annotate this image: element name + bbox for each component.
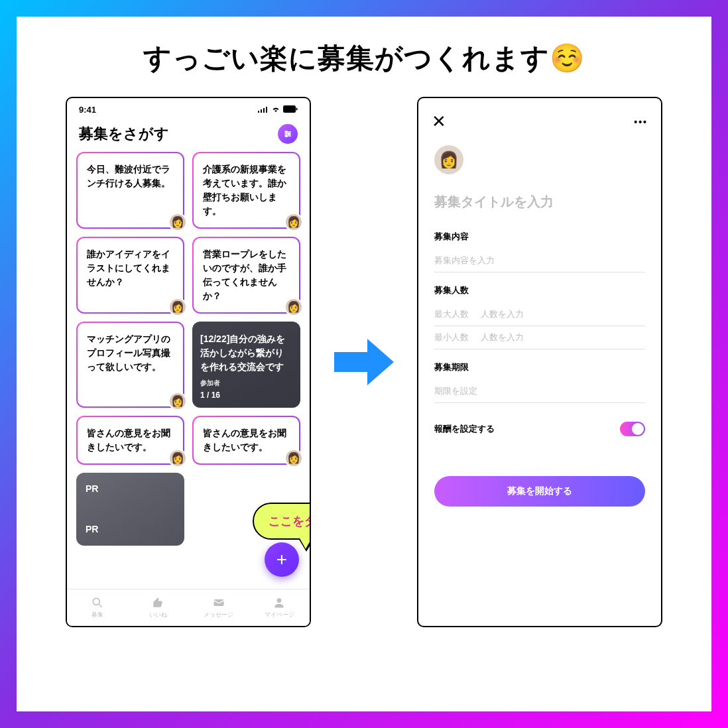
post-card[interactable]: 介護系の新規事業を考えています。誰か壁打ちお願いします。 👩 [192, 152, 300, 229]
create-screen: ✕ ••• 👩 募集タイトルを入力 募集内容 募集内容を入力 募集人数 最大人数… [417, 97, 662, 627]
post-text: 営業ロープレをしたいのですが、誰か手伝ってくれませんか？ [203, 249, 286, 301]
arrow-icon [331, 339, 397, 385]
svg-rect-1 [261, 109, 262, 113]
avatar: 👩 [168, 213, 187, 231]
tab-label: メッセージ [204, 611, 233, 619]
headline: すっごい楽に募集がつくれます☺️ [43, 40, 685, 77]
deadline-label: 募集期限 [434, 361, 645, 373]
tab-label: 募集 [91, 611, 103, 619]
battery-icon [283, 105, 298, 115]
plus-icon: + [276, 549, 287, 570]
avatar: 👩 [168, 449, 187, 467]
max-count-input[interactable]: 最大人数 人数を入力 [434, 303, 645, 326]
post-text: 誰かアイディアをイラストにしてくれませんか？ [87, 249, 170, 287]
tab-label: いいね [149, 611, 167, 619]
tab-message[interactable]: メッセージ [188, 589, 249, 626]
svg-point-11 [286, 135, 288, 137]
svg-point-12 [93, 598, 99, 605]
svg-rect-2 [263, 108, 265, 113]
tab-label: マイページ [265, 611, 294, 619]
post-card[interactable]: 皆さんの意見をお聞きしたいです。 👩 [76, 416, 184, 465]
more-button[interactable]: ••• [634, 117, 648, 127]
post-text: 皆さんの意見をお聞きしたいです。 [203, 428, 286, 452]
post-text: 皆さんの意見をお聞きしたいです。 [87, 428, 170, 452]
status-bar: 9:41 [67, 98, 310, 117]
post-text: 今日、難波付近でランチ行ける人募集。 [87, 164, 170, 188]
avatar: 👩 [284, 449, 303, 467]
person-icon [273, 596, 286, 609]
tab-bar: 募集 いいね メッセージ マイページ [67, 589, 310, 626]
reward-label: 報酬を設定する [434, 423, 495, 435]
min-label: 最小人数 [434, 332, 469, 343]
title-input[interactable]: 募集タイトルを入力 [434, 193, 645, 211]
tab-mypage[interactable]: マイページ [249, 589, 310, 626]
participants-label: 参加者 [200, 378, 292, 388]
post-text: [12/22]自分の強みを活かしながら繋がりを作れる交流会です [200, 334, 285, 372]
post-card[interactable]: 今日、難波付近でランチ行ける人募集。 👩 [76, 152, 184, 229]
post-card[interactable]: マッチングアプリのプロフィール写真撮って欲しいです。 👩 [76, 322, 184, 408]
event-card[interactable]: [12/22]自分の強みを活かしながら繋がりを作れる交流会です 参加者 1 / … [192, 322, 300, 408]
avatar: 👩 [168, 298, 187, 316]
max-label: 最大人数 [434, 308, 469, 320]
pr-tag: PR [86, 482, 176, 496]
tab-browse[interactable]: 募集 [67, 589, 128, 626]
user-avatar: 👩 [434, 145, 463, 174]
pr-tag: PR [86, 522, 176, 536]
close-button[interactable]: ✕ [432, 111, 446, 132]
post-text: マッチングアプリのプロフィール写真撮って欲しいです。 [87, 334, 170, 372]
content-label: 募集内容 [434, 231, 645, 243]
reward-toggle[interactable] [620, 422, 645, 436]
screen-title: 募集をさがす [79, 124, 169, 144]
content-input[interactable]: 募集内容を入力 [434, 249, 645, 273]
thumbs-up-icon [151, 596, 164, 609]
browse-screen: 9:41 募集をさがす [66, 97, 311, 627]
search-icon [91, 596, 104, 609]
post-card[interactable]: 営業ロープレをしたいのですが、誰か手伝ってくれませんか？ 👩 [192, 237, 300, 314]
post-card[interactable]: 誰かアイディアをイラストにしてくれませんか？ 👩 [76, 237, 184, 314]
post-card[interactable]: 皆さんの意見をお聞きしたいです。 👩 [192, 416, 300, 465]
filter-button[interactable] [278, 124, 298, 144]
signal-icon [258, 105, 269, 115]
avatar: 👩 [284, 298, 303, 316]
svg-rect-3 [266, 107, 267, 113]
participants-count: 1 / 16 [200, 389, 292, 401]
status-icons [258, 105, 298, 115]
svg-point-9 [286, 131, 288, 133]
avatar: 👩 [284, 213, 303, 231]
wifi-icon [271, 105, 280, 115]
avatar: 👩 [168, 392, 187, 410]
deadline-input[interactable]: 期限を設定 [434, 380, 645, 403]
svg-rect-0 [258, 111, 259, 113]
svg-point-10 [288, 133, 290, 135]
mail-icon [212, 596, 225, 609]
svg-point-15 [277, 598, 282, 603]
placeholder-text: 募集内容を入力 [434, 255, 495, 267]
submit-button[interactable]: 募集を開始する [434, 476, 645, 507]
count-label: 募集人数 [434, 284, 645, 296]
status-time: 9:41 [79, 105, 96, 115]
svg-rect-5 [296, 108, 298, 111]
post-text: 介護系の新規事業を考えています。誰か壁打ちお願いします。 [203, 164, 286, 216]
svg-rect-4 [283, 105, 296, 113]
tab-like[interactable]: いいね [128, 589, 189, 626]
min-count-input[interactable]: 最小人数 人数を入力 [434, 326, 645, 349]
svg-line-13 [99, 605, 101, 607]
placeholder-text: 人数を入力 [481, 308, 524, 320]
tap-callout: ここをタップ [253, 503, 311, 540]
placeholder-text: 人数を入力 [481, 332, 524, 343]
create-fab[interactable]: + [265, 542, 299, 577]
placeholder-text: 期限を設定 [434, 385, 477, 397]
pr-card[interactable]: PR PR [76, 473, 184, 546]
svg-rect-14 [213, 599, 223, 606]
